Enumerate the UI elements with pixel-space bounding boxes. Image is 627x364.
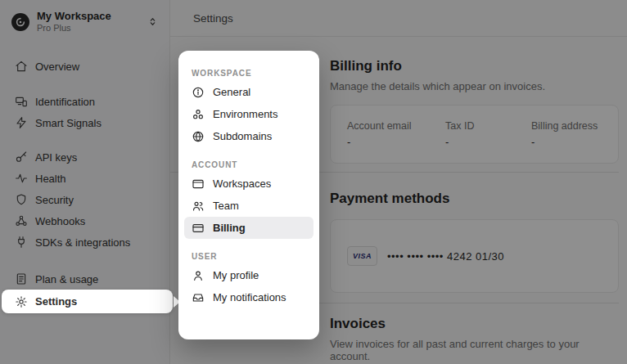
user-icon — [192, 269, 205, 282]
popover-item-label: Subdomains — [213, 130, 272, 142]
sidebar-item-label: Settings — [35, 295, 77, 308]
popover-item-label: General — [213, 86, 250, 98]
popover-item-my-notifications[interactable]: My notifications — [178, 286, 319, 308]
settings-popover: WORKSPACE General Environments Subdomain… — [178, 51, 319, 339]
popover-item-subdomains[interactable]: Subdomains — [178, 125, 319, 147]
inbox-icon — [192, 291, 205, 304]
popover-item-label: My profile — [213, 269, 259, 281]
globe-icon — [192, 130, 205, 143]
popover-item-environments[interactable]: Environments — [178, 103, 319, 125]
popover-section-workspace: WORKSPACE — [192, 69, 306, 78]
gear-icon — [15, 295, 28, 308]
popover-item-billing[interactable]: Billing — [184, 217, 314, 239]
popover-item-label: My notifications — [213, 291, 286, 303]
popover-section-user: USER — [192, 252, 306, 261]
team-icon — [192, 200, 205, 213]
popover-item-team[interactable]: Team — [178, 195, 319, 217]
popover-item-label: Team — [213, 200, 239, 212]
popover-section-account: ACCOUNT — [192, 160, 306, 169]
app-window: My Workspace Pro Plus Overview Identific… — [0, 0, 627, 364]
popover-item-workspaces[interactable]: Workspaces — [178, 173, 319, 195]
credit-card-icon — [192, 222, 205, 235]
window-icon — [192, 178, 205, 191]
popover-item-label: Billing — [213, 222, 246, 234]
info-icon — [192, 86, 205, 99]
popover-item-my-profile[interactable]: My profile — [178, 264, 319, 286]
popover-item-label: Environments — [213, 108, 277, 120]
popover-item-general[interactable]: General — [178, 81, 319, 103]
environments-icon — [192, 108, 205, 121]
sidebar-item-settings[interactable]: Settings — [2, 290, 173, 313]
popover-item-label: Workspaces — [213, 178, 271, 190]
